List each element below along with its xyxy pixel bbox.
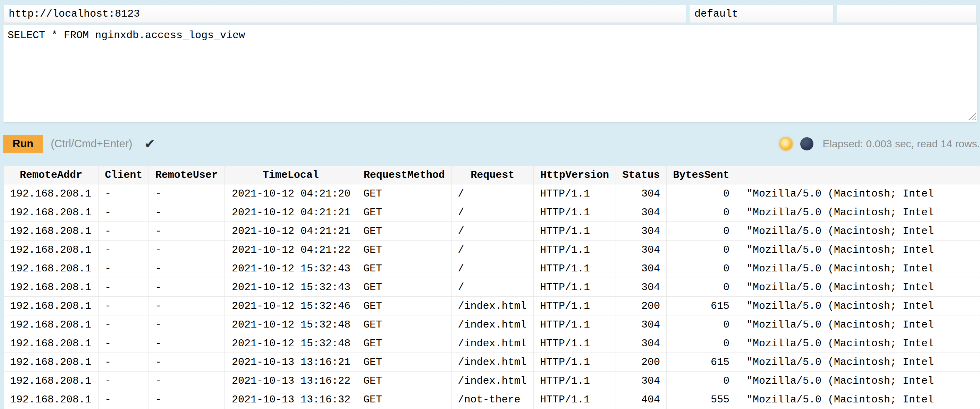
table-cell: GET (357, 297, 452, 315)
table-cell: / (452, 241, 533, 259)
user-input[interactable] (689, 5, 834, 23)
table-cell: - (149, 184, 224, 203)
table-cell: - (149, 334, 224, 353)
table-cell: /index.html (452, 372, 533, 390)
table-cell: HTTP/1.1 (534, 241, 616, 259)
table-cell: GET (357, 372, 452, 390)
column-header: Status (616, 166, 667, 184)
table-cell: 2021-10-12 15:32:48 (224, 334, 357, 353)
connection-bar (0, 5, 980, 23)
table-cell: "Mozilla/5.0 (Macintosh; Intel (736, 222, 980, 241)
table-cell: 304 (616, 241, 667, 259)
table-cell: GET (357, 315, 452, 334)
table-cell: 2021-10-13 13:16:21 (224, 353, 357, 372)
table-cell: 0 (667, 278, 736, 297)
table-cell: - (99, 353, 149, 372)
table-cell: 192.168.208.1 (4, 390, 99, 409)
table-row: 192.168.208.1--2021-10-12 04:21:22GET/HT… (4, 241, 980, 259)
results-table-container: RemoteAddrClientRemoteUserTimeLocalReque… (3, 165, 980, 409)
table-cell: / (452, 184, 533, 203)
table-cell: - (99, 390, 149, 409)
table-cell: 0 (667, 372, 736, 390)
table-cell: GET (357, 184, 452, 203)
table-cell: - (149, 241, 224, 259)
table-cell: 404 (616, 390, 667, 409)
table-cell: 2021-10-12 15:32:46 (224, 297, 357, 315)
table-cell: - (149, 203, 224, 222)
table-cell: /index.html (452, 315, 533, 334)
table-cell: 0 (667, 203, 736, 222)
table-cell: 192.168.208.1 (4, 241, 99, 259)
table-cell: 2021-10-12 15:32:48 (224, 315, 357, 334)
table-row: 192.168.208.1--2021-10-12 15:32:48GET/in… (4, 334, 980, 353)
table-cell: 304 (616, 278, 667, 297)
table-cell: HTTP/1.1 (534, 259, 616, 278)
table-cell: 304 (616, 259, 667, 278)
table-cell: 192.168.208.1 (4, 259, 99, 278)
table-cell: HTTP/1.1 (534, 184, 616, 203)
table-cell: - (149, 372, 224, 390)
table-row: 192.168.208.1--2021-10-12 15:32:43GET/HT… (4, 278, 980, 297)
table-cell: - (149, 259, 224, 278)
table-cell: HTTP/1.1 (534, 334, 616, 353)
table-cell: 304 (616, 315, 667, 334)
table-cell: 2021-10-12 15:32:43 (224, 278, 357, 297)
column-header: RemoteUser (149, 166, 224, 184)
query-textarea[interactable]: SELECT * FROM nginxdb.access_logs_view (3, 25, 977, 122)
table-cell: /index.html (452, 297, 533, 315)
column-header (736, 166, 980, 184)
table-cell: GET (357, 334, 452, 353)
table-cell: HTTP/1.1 (534, 278, 616, 297)
table-cell: GET (357, 390, 452, 409)
table-cell: GET (357, 278, 452, 297)
table-cell: 304 (616, 222, 667, 241)
table-row: 192.168.208.1--2021-10-13 13:16:32GET/no… (4, 390, 980, 409)
table-cell: /index.html (452, 353, 533, 372)
table-row: 192.168.208.1--2021-10-12 04:21:21GET/HT… (4, 203, 980, 222)
table-cell: 2021-10-13 13:16:22 (224, 372, 357, 390)
table-cell: "Mozilla/5.0 (Macintosh; Intel (736, 278, 980, 297)
table-cell: /not-there (452, 390, 533, 409)
table-cell: GET (357, 222, 452, 241)
column-header: RemoteAddr (4, 166, 99, 184)
table-cell: "Mozilla/5.0 (Macintosh; Intel (736, 259, 980, 278)
table-cell: "Mozilla/5.0 (Macintosh; Intel (736, 315, 980, 334)
table-cell: "Mozilla/5.0 (Macintosh; Intel (736, 372, 980, 390)
table-cell: 615 (667, 297, 736, 315)
server-url-input[interactable] (3, 5, 686, 23)
column-header: RequestMethod (357, 166, 452, 184)
table-cell: 2021-10-12 04:21:22 (224, 241, 357, 259)
table-row: 192.168.208.1--2021-10-12 15:32:46GET/in… (4, 297, 980, 315)
table-cell: 0 (667, 241, 736, 259)
run-button[interactable]: Run (3, 135, 43, 153)
query-stats: Elapsed: 0.003 sec, read 14 rows. (822, 138, 980, 150)
table-cell: HTTP/1.1 (534, 297, 616, 315)
table-cell: 200 (616, 353, 667, 372)
table-cell: 2021-10-12 04:21:21 (224, 203, 357, 222)
table-cell: GET (357, 241, 452, 259)
table-cell: 192.168.208.1 (4, 315, 99, 334)
table-cell: "Mozilla/5.0 (Macintosh; Intel (736, 353, 980, 372)
table-cell: 615 (667, 353, 736, 372)
table-cell: 2021-10-12 04:21:20 (224, 184, 357, 203)
table-cell: 304 (616, 203, 667, 222)
table-cell: 192.168.208.1 (4, 184, 99, 203)
query-editor-container: SELECT * FROM nginxdb.access_logs_view (3, 25, 977, 122)
password-input[interactable] (837, 5, 977, 23)
table-row: 192.168.208.1--2021-10-12 15:32:43GET/HT… (4, 259, 980, 278)
table-cell: - (99, 278, 149, 297)
table-row: 192.168.208.1--2021-10-12 04:21:20GET/HT… (4, 184, 980, 203)
light-theme-sun-icon[interactable] (780, 138, 792, 150)
table-cell: - (99, 222, 149, 241)
dark-theme-moon-icon[interactable] (800, 137, 813, 151)
table-cell: "Mozilla/5.0 (Macintosh; Intel (736, 241, 980, 259)
table-cell: - (149, 297, 224, 315)
table-cell: "Mozilla/5.0 (Macintosh; Intel (736, 297, 980, 315)
table-cell: 192.168.208.1 (4, 203, 99, 222)
table-cell: 304 (616, 184, 667, 203)
column-header: Request (452, 166, 533, 184)
table-cell: HTTP/1.1 (534, 203, 616, 222)
table-cell: 192.168.208.1 (4, 334, 99, 353)
table-cell: - (99, 259, 149, 278)
table-cell: 192.168.208.1 (4, 297, 99, 315)
